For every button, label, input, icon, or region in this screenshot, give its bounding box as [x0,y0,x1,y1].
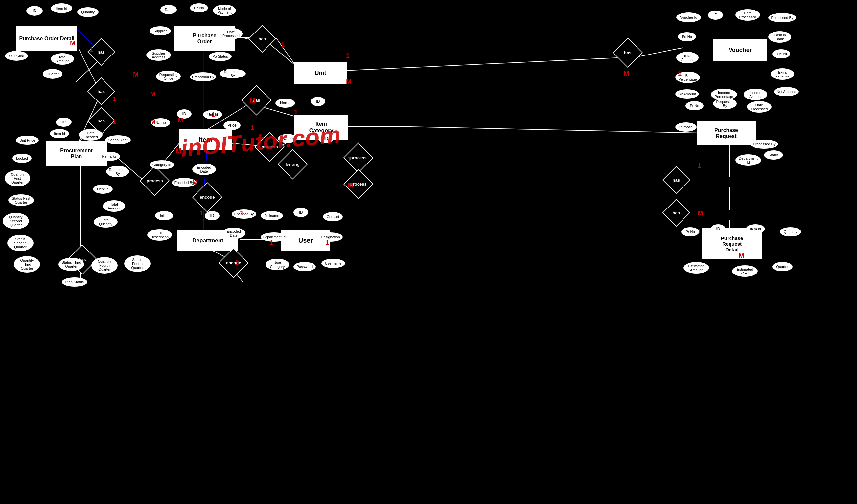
card-1-user: 1 [269,239,273,247]
card-m-pr-prd: M [698,209,703,217]
attr-po-supplieraddr: SupplierAddress [146,49,171,61]
card-m-proc1: M [150,90,156,98]
attr-pp-dateenc: DateEncoded [79,129,102,141]
attr-pp-qty1q: QuantityFirstQuarter [5,170,30,187]
attr-po-mop: Mode ofPayment [213,5,236,16]
attr-v-extraexp: ExtraExpense [771,68,794,80]
attr-user-deptid: Department Id [261,232,287,242]
card-1-item: 1 [211,111,215,119]
attr-pp-status2q: StatusSecondQuarter [7,235,34,251]
attr-user-password: Password [293,262,316,271]
attr-dept-encdate: EncodedDate [222,228,246,239]
card-1-user2: 1 [325,239,329,247]
entity-procurement-plan: ProcurementPlan [46,141,107,166]
card-1-proc2: 1 [113,118,116,126]
attr-dept-id: ID [205,211,219,220]
attr-po-dateproc: DateProcessed [219,28,242,39]
attr-pp-qty4q: QuantityFourthQuarter [91,257,118,274]
entity-purchase-request: PurchaseRequest [696,121,756,145]
attr-pod-quarter: Quarter [43,69,63,79]
attr-prd-prno: Pr No [681,227,699,237]
attr-prd-id: ID [711,224,725,233]
svg-line-22 [394,126,700,133]
attr-v-id: ID [708,11,723,20]
attr-v-cashinbank: Cash inBank [768,31,791,43]
card-m-po: M [133,71,139,78]
attr-prd-quarter: Quarter [772,262,793,271]
attr-pp-qty3q: QuantityThirdQuarter [14,256,40,273]
attr-pp-planstatus: Plan Status [62,277,87,286]
svg-line-1 [75,61,99,82]
attr-v-netamt: Net Amount [774,87,799,96]
attr-dept-initial: Initial [155,211,173,220]
attr-item-price: Price [223,121,240,130]
attr-prd-estcost: EstimatedCost [732,265,758,277]
attr-pr-purpose: Purpose [675,122,696,132]
attr-user-contact: Contact [323,212,343,221]
card-1-prd: 1 [698,228,701,235]
attr-v-pono: Po No [678,32,696,41]
attr-pp-status3q: Status ThirdQuarter [58,258,84,271]
attr-pp-reqby: RequestedBy [106,166,129,177]
attr-po-date: Date [161,5,177,14]
attr-item-encdate: EncodedDate [192,163,216,175]
attr-pr-reqby: RequestedBy [713,98,737,109]
svg-line-17 [345,57,624,71]
card-1-2: 1 [281,41,285,49]
attr-pr-prno: Pr No [686,101,704,110]
card-1-pr-prd: 1 [698,162,701,170]
attr-pr-status: Status [764,150,783,160]
attr-pp-id: ID [56,118,72,127]
attr-po-supplier: Supplier [150,26,171,35]
attr-pp-totalamt: TotalAmount [103,200,125,212]
entity-unit: Unit [294,63,347,84]
card-m-item: M [178,117,183,124]
attr-v-biramt: Bir Amount [675,89,699,99]
attr-user-username: Username [321,259,345,268]
card-m-ic: M [250,97,255,104]
attr-pr-deptid: DepartmentId [735,154,761,166]
attr-pp-locked: Locked [13,154,32,163]
attr-prd-itemid: Item Id [746,224,765,233]
attr-pp-status1q: Status FirstQuarter [8,194,34,206]
card-1-enc: 1 [240,209,243,217]
attr-user-id: ID [293,208,308,217]
attr-v-totalamt: TotalAmount [676,52,699,63]
attr-user-design: Designation [318,232,343,242]
entity-purchase-order-detail: Purchase Order Detail [16,26,77,51]
card-m-proc-item: M [176,147,181,155]
card-1-deptenc: 1 [235,259,239,266]
attr-user-usercat: UserCategory [266,259,289,270]
attr-dept-encby: Encoded By [232,209,256,219]
attr-po-reqoffice: RequestingOffice [156,71,181,82]
attr-pr-procby: Processed By [750,140,778,149]
card-1-proc1: 1 [113,95,116,103]
attr-pp-status4q: StatusFourthQuarter [124,256,151,272]
attr-pod-quantity: Quantity [77,7,99,17]
attr-v-dateproc: DateProcessed [735,9,760,21]
attr-pod-itemid: Item Id [51,3,72,13]
card-1-1: 1 [89,46,93,53]
attr-pp-unitprice: Unit Price [16,136,39,145]
attr-pp-itemid: Item Id [50,129,69,138]
attr-prd-estamt: EstimatedAmount [684,262,709,274]
card-1-unit: 1 [346,52,350,59]
attr-item-catid: Category Id [150,160,174,170]
attr-v-duebir: Due Bir [772,49,790,58]
attr-po-postatus: Po Status [209,52,232,61]
card-1-proc-pr: 1 [348,155,351,163]
attr-pod-totalamt: TotalAmount [51,53,74,65]
card-m-prd-detail: M [739,252,744,260]
attr-v-incomeamt: IncomeAmount [744,89,767,100]
card-m-enc: M [192,179,198,187]
attr-unit-name: Name [275,99,295,108]
card-m-unit: M [346,78,352,86]
attr-v-voucherid: Voucher Id [676,13,701,22]
attr-pr-dateproc: DateProcessed [747,101,772,112]
attr-pp-schoolyr: School Year [105,135,131,144]
attr-pod-unitcost: Unit Cost [5,51,28,61]
card-m-proc-pr: M [348,181,353,189]
attr-user-fullname: Fullname [261,211,283,220]
card-1-unit-v: 1 [678,70,682,77]
card-1-dept: 1 [200,209,203,217]
